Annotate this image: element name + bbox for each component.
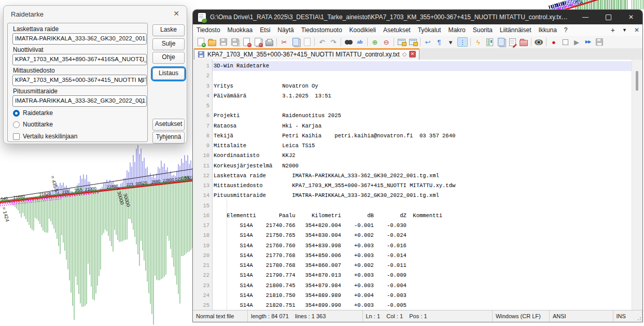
redo-icon[interactable]: ↷ [329,38,338,46]
menu-makro[interactable]: Makro [444,24,469,36]
close-all-icon[interactable]: − [253,38,262,46]
tab-active-document[interactable]: KPA7_1703_KM_355+000-367+415_NUOTTI MITA… [194,48,419,60]
editor-line: 16 Elementti Paalu Kilometri dB dZ Komme… [193,211,632,221]
find-icon[interactable] [344,38,353,46]
line-number: 16 [193,211,209,221]
minimize-button[interactable]: — [574,10,597,24]
record-macro-icon[interactable]: ● [549,38,558,46]
track-geometry-plot: 5402168021820219355210002240022300520269… [0,145,193,326]
cut-icon[interactable]: ✂ [279,38,289,46]
vertical-scrollbar[interactable] [632,60,642,311]
monitoring-icon[interactable] [534,38,543,46]
editor-line: 10Koordinaatisto KKJ2 [193,151,632,161]
editor-line: 17 S14A 21740.766 354+820.004 -0.001 -0.… [193,221,632,231]
indent-guide-icon[interactable]: ⋮ [457,37,468,47]
notepad-plus-plus-icon [198,13,206,22]
menu-muokkaa[interactable]: Muokkaa [224,24,257,36]
open-file-icon[interactable] [207,38,217,46]
close-tab-button[interactable]: ✕ [634,26,639,34]
toolbar-separator [276,38,277,46]
editor-line: 3Yritys Novatron Oy [193,81,632,91]
toolbar-separator [420,38,421,46]
save-icon[interactable] [219,38,228,46]
save-macro-icon[interactable] [595,38,604,46]
laskettava-raide-input[interactable]: IMATRA-PARIKKALA_333-362_GK30_2022_001.t… [12,33,147,45]
toolbar-chevron-icon[interactable]: ▾ [446,38,455,46]
menu-ty-kalut[interactable]: Työkalut [414,24,445,36]
checkbox-vertailu-keskilinjaan[interactable]: Vertailu keskilinjaan [13,133,77,140]
radio-label: Nuottitarke [23,121,53,128]
file-edit-icon[interactable] [508,38,517,46]
pituusmittaraide-combobox[interactable]: IMATRA-PARIKKALA_333-362_GK30_2022_001.: [12,95,147,107]
close-button[interactable]: ✕ [620,10,642,24]
station-label: 03220 [184,175,193,181]
new-tab-button[interactable]: + [611,26,615,34]
geometry-value-label: = 1424 [1,206,10,222]
replace-icon[interactable]: ab [355,38,365,46]
menu-ikkuna[interactable]: Ikkuna [535,24,560,36]
menu-asetukset[interactable]: Asetukset [380,24,414,36]
document-list-icon[interactable] [496,38,506,46]
resize-grip[interactable] [636,316,641,321]
station-label: 223 [126,182,134,188]
tab-bar: KPA7_1703_KM_355+000-367+415_NUOTTI MITA… [193,48,642,60]
laske-button[interactable]: Laske [152,24,185,36]
menu-koodikieli[interactable]: Koodikieli [346,24,380,36]
tyhjenna-button[interactable]: Tyhjennä [152,132,185,144]
save-all-icon[interactable] [230,38,240,46]
close-icon[interactable]: − [242,38,251,46]
dialog-fieldset: Laskettava raide IMATRA-PARIKKALA_333-36… [7,23,148,142]
sulje-button[interactable]: Sulje [152,38,185,50]
nuottiviivat-combobox[interactable]: KPA7_1703_KM_354+890-367+416SA_NUOTTI_ [12,54,147,65]
listaus-button[interactable]: Listaus [152,68,185,80]
play-macro-icon[interactable]: ▶ [572,38,581,46]
toolbar-separator [341,38,341,46]
menu-liit-nn-iset[interactable]: Liitännäiset [496,24,535,36]
tab-close-icon[interactable]: ✕ [409,51,416,58]
print-icon[interactable] [264,38,274,46]
copy-icon[interactable] [291,38,300,46]
sync-vertical-scroll-icon[interactable] [397,38,406,46]
line-number: 25 [193,301,209,310]
run-macro-multiple-icon[interactable]: ▶▶ [583,38,593,46]
dialog-close-icon[interactable]: ✕ [171,8,181,19]
menu-n-yt-[interactable]: Näytä [274,24,297,36]
zoom-in-icon[interactable]: ⊕ [370,38,380,46]
ohje-button[interactable]: Ohje [152,52,185,64]
menu-?[interactable]: ? [561,24,571,36]
maximize-button[interactable] [597,10,620,24]
document-map-icon[interactable] [485,38,494,46]
new-file-icon[interactable]: + [196,38,205,46]
word-wrap-icon[interactable]: ↩ [423,38,432,46]
show-all-characters-icon[interactable]: ¶ [435,38,444,46]
folder-as-workspace-icon[interactable] [519,38,528,46]
line-text: S14A 21760.760 354+839.998 +0.003 -0.016 [214,241,632,251]
paste-icon[interactable] [302,38,312,46]
radio-raidetarke[interactable]: Raidetarke [13,109,53,117]
zoom-out-icon[interactable]: ⊖ [382,38,391,46]
stop-macro-icon[interactable] [561,38,570,46]
mittaustiedosto-combobox[interactable]: KPA7_1703_KM_355+000-367+415_NUOTTI MIT [12,75,147,86]
pin-icon[interactable]: ◇ [402,51,407,58]
scrollbar-thumb[interactable] [636,71,638,91]
line-text: Projekti Raidenuotitus 2025 [214,111,632,121]
function-list-icon[interactable]: ϟ [473,38,483,46]
line-number: 5 [193,101,209,111]
station-label: 219 [62,189,69,195]
line-number: 9 [193,141,209,151]
menu-etsi[interactable]: Etsi [256,24,274,36]
undo-icon[interactable]: ↶ [317,38,327,46]
menu-tiedostomuoto[interactable]: Tiedostomuoto [298,24,346,36]
asetukset-button[interactable]: Asetukset [152,119,185,131]
radio-nuottitarke[interactable]: Nuottitarke [13,121,53,128]
menu-tiedosto[interactable]: Tiedosto [193,24,224,36]
toolbar-separator [531,38,531,46]
line-number: 23 [193,281,209,291]
sync-horizontal-scroll-icon[interactable] [408,38,417,46]
editor-line: 14Pituusmittaraide IMATRA-PARIKKALA_333-… [193,191,632,201]
editor-surface[interactable]: 13D-Win Raidetarke23Yritys Novatron Oy4P… [193,60,642,311]
menu-suorita[interactable]: Suorita [469,24,496,36]
toolbar-separator [367,38,368,46]
line-text: 3D-Win Raidetarke [214,61,632,71]
tab-list-dropdown-icon[interactable]: ▼ [622,27,627,33]
